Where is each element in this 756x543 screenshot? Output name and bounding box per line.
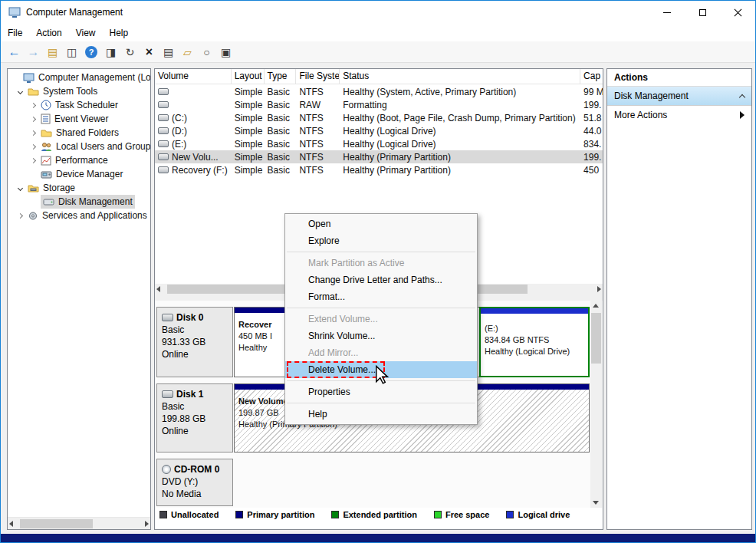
legend-color-swatch <box>506 511 514 518</box>
volume-icon <box>158 101 169 108</box>
disk-1-header[interactable]: Disk 1 Basic 199.88 GB Online <box>156 383 233 452</box>
more-actions-item[interactable]: More Actions <box>607 106 751 123</box>
tree-item-local-users-and-groups[interactable]: Local Users and Groups <box>8 140 150 153</box>
chevron-right-icon[interactable] <box>31 157 36 163</box>
chevron-right-icon[interactable] <box>18 212 23 218</box>
scroll-right-icon[interactable] <box>145 521 149 527</box>
tree-item-system-tools[interactable]: System Tools <box>8 84 150 98</box>
table-row[interactable]: (D:) SimpleBasic NTFSHealthy (Logical Dr… <box>155 124 603 137</box>
delete-icon[interactable]: × <box>140 43 159 61</box>
tree-item-label: Local Users and Groups <box>56 141 150 152</box>
tree-item-computer-management[interactable]: Computer Management (Local <box>8 71 150 84</box>
scroll-left-icon[interactable] <box>9 521 13 527</box>
tree-item-storage[interactable]: Storage <box>8 181 150 195</box>
legend-color-swatch <box>159 511 167 518</box>
legend-logical-drive: Logical drive <box>506 510 570 519</box>
export-list-icon[interactable]: ▤ <box>43 43 62 61</box>
column-capacity[interactable]: Cap <box>580 69 603 84</box>
cdrom-row: CD-ROM 0 DVD (Y:) No Media <box>156 459 590 506</box>
volume-table-header: Volume Layout Type File System Status Ca… <box>155 69 603 84</box>
minimize-button[interactable] <box>649 1 685 24</box>
scroll-up-icon[interactable] <box>593 304 599 308</box>
scrollbar-thumb[interactable] <box>20 519 93 528</box>
partition-e[interactable]: (E:) 834.84 GB NTFS Healthy (Logical Dri… <box>479 307 590 377</box>
table-row[interactable]: (E:) SimpleBasic NTFSHealthy (Logical Dr… <box>155 137 603 150</box>
system-tools-icon <box>28 87 39 96</box>
help-icon[interactable]: ? <box>85 46 97 58</box>
menu-item-shrink-volume[interactable]: Shrink Volume... <box>285 327 477 344</box>
open-folder-icon[interactable]: ▱ <box>178 43 197 61</box>
menu-separator <box>287 403 475 403</box>
views-icon[interactable]: ▣ <box>216 43 235 61</box>
menu-item-properties[interactable]: Properties <box>285 383 477 400</box>
refresh-icon[interactable]: ↻ <box>120 43 140 61</box>
menu-action[interactable]: Action <box>29 24 68 41</box>
back-icon[interactable]: ← <box>5 43 24 61</box>
column-layout[interactable]: Layout <box>232 69 265 84</box>
tree-item-device-manager[interactable]: Device Manager <box>8 167 150 181</box>
show-console-tree-icon[interactable]: ◫ <box>62 43 81 61</box>
find-icon[interactable]: ○ <box>197 43 216 61</box>
chevron-down-icon[interactable] <box>18 185 23 190</box>
menu-help[interactable]: Help <box>103 24 136 41</box>
column-file-system[interactable]: File System <box>296 69 340 84</box>
menu-item-change-drive-letter[interactable]: Change Drive Letter and Paths... <box>285 272 477 288</box>
show-action-pane-icon[interactable]: ◨ <box>101 43 120 61</box>
menu-item-explore[interactable]: Explore <box>285 232 477 249</box>
chevron-right-icon[interactable] <box>31 143 36 149</box>
partition-recovery[interactable]: Recover 450 MB I Healthy <box>234 307 285 377</box>
column-type[interactable]: Type <box>265 69 297 84</box>
table-row[interactable]: SimpleBasic NTFSHealthy (System, Active,… <box>155 85 603 98</box>
legend-extended-partition: Extended partition <box>331 510 417 519</box>
chevron-down-icon[interactable] <box>18 88 23 94</box>
volume-icon <box>158 114 169 121</box>
volume-icon <box>158 140 169 147</box>
users-icon <box>41 142 52 152</box>
chevron-right-icon[interactable] <box>31 130 36 135</box>
menu-item-open[interactable]: Open <box>285 216 477 232</box>
menu-item-format[interactable]: Format... <box>285 288 477 305</box>
cdrom-header[interactable]: CD-ROM 0 DVD (Y:) No Media <box>156 459 233 506</box>
chevron-up-icon[interactable] <box>739 94 745 100</box>
close-button[interactable] <box>720 1 755 24</box>
performance-icon <box>41 156 51 166</box>
window-bottom-edge <box>1 534 755 542</box>
tree-item-services-and-applications[interactable]: Services and Applications <box>8 209 150 222</box>
computer-icon <box>23 73 35 83</box>
table-row[interactable]: SimpleBasic RAWFormatting 199. <box>155 98 603 111</box>
tree-horizontal-scrollbar[interactable] <box>8 517 150 529</box>
tree-item-shared-folders[interactable]: Shared Folders <box>8 126 150 140</box>
tree-item-event-viewer[interactable]: Event Viewer <box>8 112 150 126</box>
table-row[interactable]: (C:) SimpleBasic NTFSHealthy (Boot, Page… <box>155 111 603 124</box>
forward-icon[interactable]: → <box>24 43 43 61</box>
menu-item-add-mirror: Add Mirror... <box>285 344 477 361</box>
graphical-view-vertical-scrollbar[interactable] <box>590 301 602 508</box>
actions-section-disk-management[interactable]: Disk Management <box>607 87 751 106</box>
table-row[interactable]: Recovery (F:) SimpleBasic NTFSHealthy (P… <box>155 163 603 176</box>
menu-view[interactable]: View <box>69 24 103 41</box>
menu-file[interactable]: File <box>1 24 29 41</box>
scroll-right-icon[interactable] <box>597 286 601 292</box>
maximize-button[interactable] <box>685 1 720 24</box>
table-row-selected[interactable]: New Volu... SimpleBasic NTFSHealthy (Pri… <box>155 150 603 163</box>
column-status[interactable]: Status <box>340 69 580 84</box>
volume-icon <box>158 127 169 134</box>
disk-icon <box>162 390 173 398</box>
partition-color-strip <box>235 308 284 313</box>
minimize-icon <box>663 12 671 13</box>
tree-item-label: System Tools <box>43 86 97 97</box>
scroll-left-icon[interactable] <box>156 286 160 292</box>
menu-item-help[interactable]: Help <box>285 406 477 423</box>
tree-item-label: Event Viewer <box>54 114 108 124</box>
chevron-right-icon[interactable] <box>31 102 36 107</box>
tree-item-disk-management[interactable]: Disk Management <box>8 195 150 209</box>
scrollbar-thumb[interactable] <box>591 313 601 364</box>
scroll-down-icon[interactable] <box>593 501 599 505</box>
disk-0-header[interactable]: Disk 0 Basic 931.33 GB Online <box>156 307 233 377</box>
column-volume[interactable]: Volume <box>155 69 232 84</box>
tree-item-task-scheduler[interactable]: Task Scheduler <box>8 98 150 112</box>
chevron-right-icon[interactable] <box>31 116 36 121</box>
tree-item-performance[interactable]: Performance <box>8 153 150 167</box>
properties-icon[interactable]: ▤ <box>159 43 178 61</box>
legend-free-space: Free space <box>434 510 489 519</box>
